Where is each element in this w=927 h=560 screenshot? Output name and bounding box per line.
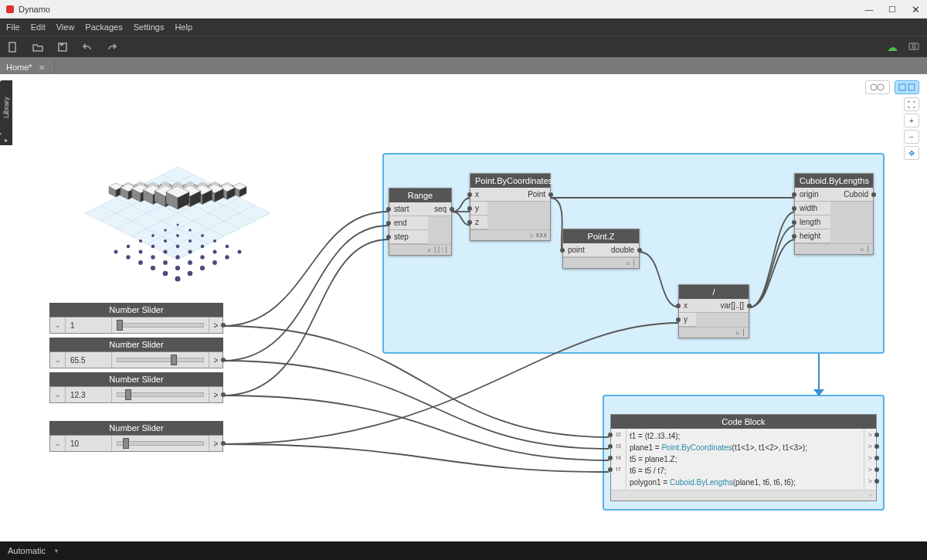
input-port-origin[interactable]: origin (795, 188, 830, 202)
cuboid-node[interactable]: Cuboid.ByLengths origin width length hei… (794, 173, 874, 255)
code-output-port[interactable]: > (864, 452, 876, 463)
tab-close-icon[interactable]: ✕ (39, 63, 45, 72)
output-port-double[interactable]: double (596, 243, 639, 257)
minimize-button[interactable]: — (857, 0, 881, 19)
menu-file[interactable]: File (6, 22, 20, 32)
svg-point-142 (138, 260, 143, 265)
lacing-icon[interactable]: ▫ (427, 246, 431, 253)
library-expand-icon[interactable]: ▸ (0, 134, 12, 145)
output-port-var[interactable]: var[]..[] (696, 299, 749, 313)
input-port-length[interactable]: length (795, 216, 830, 229)
expand-chevron-icon[interactable]: ⌵ (50, 436, 66, 451)
output-port[interactable]: > (209, 352, 222, 368)
cloud-sync-icon[interactable]: ☁ (887, 41, 898, 53)
new-file-icon[interactable] (8, 42, 19, 53)
code-output-port[interactable]: > (864, 429, 876, 440)
input-port-point[interactable]: point (563, 243, 596, 257)
lacing-icon[interactable]: ▫ (869, 492, 871, 499)
slider-value[interactable]: 10 (66, 436, 112, 451)
lacing-icon[interactable]: ▫ (735, 329, 739, 336)
menu-settings[interactable]: Settings (134, 22, 165, 32)
open-file-icon[interactable] (32, 42, 43, 53)
slider-value[interactable]: 1 (66, 317, 112, 333)
number-slider-node-3[interactable]: Number Slider ⌵ 12.3 > (49, 372, 223, 403)
workspace-canvas[interactable]: Library ▸ ⛶ + − ✥ (0, 74, 927, 541)
geometry-preview (62, 90, 294, 283)
slider-track[interactable] (112, 436, 209, 451)
svg-point-123 (164, 239, 167, 243)
output-port-cuboid[interactable]: Cuboid (830, 188, 873, 202)
undo-icon[interactable] (82, 42, 93, 53)
code-output-port[interactable]: > (864, 475, 876, 487)
number-slider-node-2[interactable]: Number Slider ⌵ 65.5 > (49, 338, 223, 368)
slider-track[interactable] (112, 387, 209, 402)
svg-marker-96 (128, 188, 136, 199)
divide-node[interactable]: / x y var[]..[] ▫| (678, 284, 749, 338)
input-port-y[interactable]: y (470, 202, 487, 216)
output-port-point[interactable]: Point (487, 188, 550, 202)
pan-icon[interactable]: ✥ (904, 146, 919, 160)
input-port-step[interactable]: step (389, 230, 428, 244)
slider-track[interactable] (112, 352, 209, 368)
node-title: Number Slider (49, 303, 223, 317)
code-text[interactable]: t1 = (t2..t3..t4);plane1 = Point.ByCoord… (626, 429, 864, 490)
save-file-icon[interactable] (57, 42, 68, 53)
output-port[interactable]: > (209, 436, 222, 451)
input-port-y[interactable]: y (679, 313, 696, 327)
svg-marker-104 (154, 191, 165, 207)
code-output-port[interactable]: > (864, 463, 876, 475)
library-panel-toggle[interactable]: Library (0, 80, 12, 134)
zoom-out-icon[interactable]: − (904, 130, 919, 144)
code-input-port[interactable]: t3 (611, 440, 626, 452)
input-port-end[interactable]: end (389, 216, 428, 230)
expand-chevron-icon[interactable]: ⌵ (50, 352, 66, 368)
code-input-port[interactable]: t7 (611, 463, 626, 475)
tab-home[interactable]: Home* ✕ (0, 60, 55, 74)
output-port[interactable]: > (209, 317, 222, 333)
range-node[interactable]: Range start end step seq ▫||:| (389, 188, 452, 256)
close-button[interactable]: ✕ (904, 0, 927, 19)
code-block-node[interactable]: Code Block t2 t3 t4 t7 t1 = (t2..t3..t4)… (610, 414, 877, 501)
run-mode-dropdown[interactable]: Automatic ▼ (8, 546, 59, 555)
slider-track[interactable] (112, 317, 209, 333)
svg-marker-69 (190, 188, 199, 202)
fit-view-icon[interactable]: ⛶ (904, 97, 919, 111)
output-port-seq[interactable]: seq (428, 202, 451, 216)
code-input-port[interactable]: t2 (611, 429, 626, 440)
number-slider-node-1[interactable]: Number Slider ⌵ 1 > (49, 303, 223, 334)
maximize-button[interactable]: ☐ (881, 0, 904, 19)
svg-marker-25 (221, 182, 233, 188)
code-output-port[interactable]: > (864, 440, 876, 452)
point-bycoords-node[interactable]: Point.ByCoordinates x y z Point ▫xxx (470, 173, 551, 241)
screenshot-icon[interactable] (908, 41, 919, 53)
lacing-icon[interactable]: ▫ (626, 260, 630, 266)
slider-value[interactable]: 12.3 (66, 387, 112, 402)
lacing-icon[interactable]: ▫ (860, 246, 864, 253)
viewmode-graph-icon[interactable] (895, 80, 919, 94)
redo-icon[interactable] (107, 42, 117, 53)
input-port-width[interactable]: width (795, 202, 830, 216)
expand-chevron-icon[interactable]: ⌵ (50, 317, 66, 333)
code-input-port[interactable]: t4 (611, 452, 626, 463)
zoom-in-icon[interactable]: + (904, 114, 919, 127)
output-port[interactable]: > (209, 387, 222, 402)
svg-marker-39 (227, 188, 235, 199)
svg-marker-20 (209, 185, 215, 192)
viewmode-3d-icon[interactable] (865, 80, 890, 94)
lacing-icon[interactable]: ▫ (530, 232, 534, 239)
input-port-z[interactable]: z (470, 216, 487, 229)
menu-edit[interactable]: Edit (31, 22, 46, 32)
number-slider-node-4[interactable]: Number Slider ⌵ 10 > (49, 421, 223, 452)
menu-help[interactable]: Help (175, 22, 192, 32)
input-port-x[interactable]: x (470, 188, 487, 202)
input-port-x[interactable]: x (679, 299, 696, 313)
input-port-start[interactable]: start (389, 202, 428, 216)
menu-packages[interactable]: Packages (85, 22, 122, 32)
input-port-height[interactable]: height (795, 229, 830, 243)
pointz-node[interactable]: Point.Z point double ▫| (562, 229, 640, 269)
svg-marker-21 (215, 185, 220, 192)
expand-chevron-icon[interactable]: ⌵ (50, 387, 66, 402)
slider-value[interactable]: 65.5 (66, 352, 112, 368)
node-footer: ▫ (611, 490, 876, 501)
menu-view[interactable]: View (56, 22, 75, 32)
